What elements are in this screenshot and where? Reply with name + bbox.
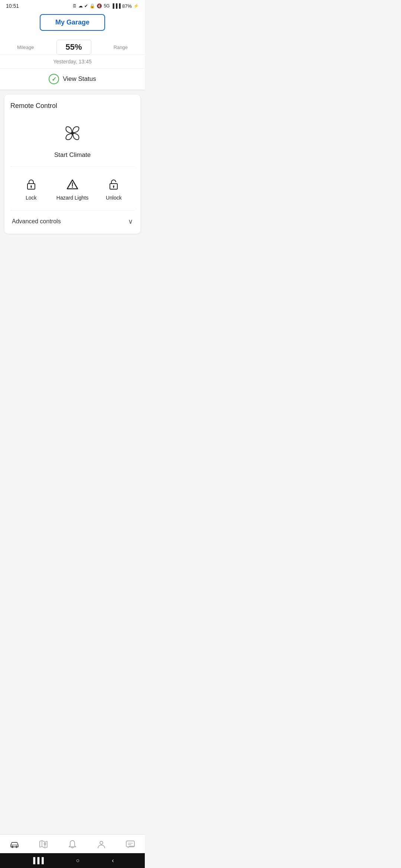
hazard-button[interactable]: Hazard Lights <box>52 174 93 204</box>
last-updated: Yesterday, 13:45 <box>0 55 145 69</box>
header: My Garage <box>0 10 145 37</box>
battery-pct-value: 55% <box>66 42 82 52</box>
my-garage-button[interactable]: My Garage <box>40 14 105 31</box>
status-icons: 🗓 ☁ ✔ 🔒 🔇 5G ▐▐▐ 87% ⚡ <box>72 3 139 9</box>
remote-control-title: Remote Control <box>10 102 134 110</box>
view-status-label: View Status <box>63 75 96 83</box>
lock-label: Lock <box>26 195 37 201</box>
signal-icon: 5G <box>104 3 110 9</box>
remote-control-card: Remote Control Start Climate <box>4 95 140 234</box>
battery-charging-icon: ⚡ <box>133 3 139 9</box>
calendar-icon: 🗓 <box>72 3 77 9</box>
view-status-row[interactable]: ✓ View Status <box>0 69 145 91</box>
mute-icon: 🔇 <box>97 3 102 9</box>
status-check-icon: ✓ <box>49 74 59 84</box>
lock-button[interactable]: Lock <box>10 174 52 204</box>
climate-fan-icon <box>59 120 85 146</box>
network-bars-icon: ▐▐▐ <box>111 3 121 9</box>
chevron-down-icon: ∨ <box>128 217 133 226</box>
mileage-label: Mileage <box>17 45 34 50</box>
check-icon: ✔ <box>84 3 88 9</box>
hazard-icon <box>66 178 79 191</box>
status-time: 10:51 <box>6 3 19 9</box>
climate-section[interactable]: Start Climate <box>10 116 134 167</box>
unlock-label: Unlock <box>106 195 122 201</box>
last-updated-text: Yesterday, 13:45 <box>53 59 92 65</box>
controls-grid: Lock Hazard Lights Unlock <box>10 167 134 211</box>
svg-point-2 <box>30 185 32 187</box>
lock-icon <box>25 178 38 191</box>
svg-point-5 <box>72 187 73 188</box>
advanced-controls-row[interactable]: Advanced controls ∨ <box>10 211 134 230</box>
climate-label: Start Climate <box>54 151 91 159</box>
advanced-controls-label: Advanced controls <box>12 218 61 225</box>
stats-section: Mileage 55% Range <box>0 37 145 55</box>
unlock-icon <box>107 178 120 191</box>
unlock-button[interactable]: Unlock <box>93 174 134 204</box>
range-label: Range <box>114 45 128 50</box>
hazard-label: Hazard Lights <box>56 195 88 201</box>
cloud-icon: ☁ <box>78 3 83 9</box>
svg-point-7 <box>113 185 114 187</box>
battery-text: 87% <box>122 3 132 9</box>
lock-status-icon: 🔒 <box>89 3 95 9</box>
battery-pct-box: 55% <box>56 40 91 55</box>
status-bar: 10:51 🗓 ☁ ✔ 🔒 🔇 5G ▐▐▐ 87% ⚡ <box>0 0 145 10</box>
